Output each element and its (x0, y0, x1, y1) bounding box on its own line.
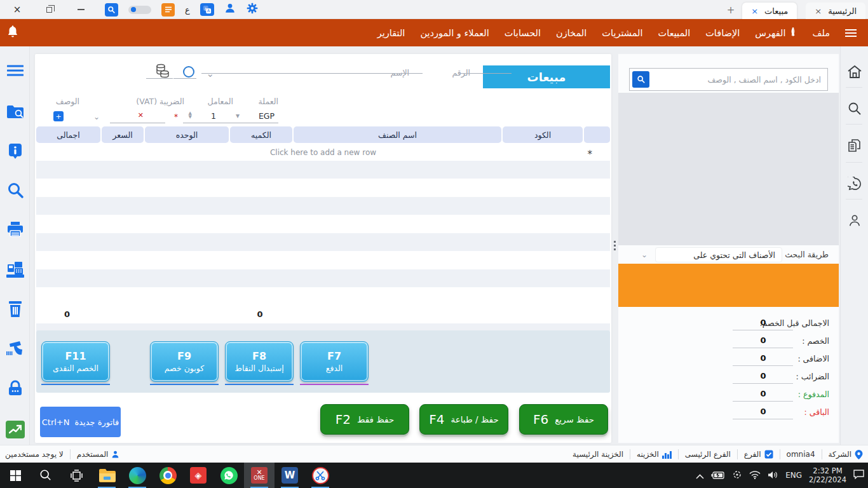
notes-icon[interactable] (161, 3, 175, 17)
menu-item-file[interactable]: ملف (812, 28, 830, 38)
barcode-scanner-icon[interactable] (0, 336, 30, 362)
redeem-points-button[interactable]: F8إستبدال النقاط (225, 341, 294, 382)
tray-expand-icon[interactable] (696, 470, 704, 482)
settings-gear-icon[interactable] (246, 2, 259, 17)
trash-icon[interactable] (0, 296, 30, 322)
add-description-icon[interactable]: + (53, 111, 64, 121)
items-grid-area[interactable] (618, 93, 839, 245)
new-invoice-button[interactable]: فاتورة جديدة Ctrl+N (40, 407, 121, 437)
menu-item-sales[interactable]: المبيعات (658, 28, 691, 38)
chevron-down-icon[interactable]: ⌄ (641, 250, 648, 259)
invoice-name-input[interactable] (201, 73, 423, 74)
clock[interactable]: 2:32 PM 2/22/2024 (809, 466, 846, 484)
lock-icon[interactable] (0, 376, 30, 401)
search-method-select[interactable]: الأصناف التى تحتوي على (655, 247, 782, 262)
menu-item-index[interactable]: الفهرس (755, 27, 797, 38)
close-tab-icon[interactable]: × (815, 6, 822, 16)
menu-item-customers-suppliers[interactable]: العملاء و الموردين (420, 28, 489, 38)
edge-browser-icon[interactable] (122, 463, 153, 488)
tab-home[interactable]: × الرئيسية (806, 3, 865, 19)
invoice-number-input[interactable] (461, 73, 512, 74)
action-center-icon[interactable] (853, 470, 864, 482)
category-banner[interactable] (618, 264, 839, 307)
menu-item-reports[interactable]: التقارير (377, 28, 405, 38)
wifi-icon[interactable] (749, 470, 761, 482)
item-search-input[interactable] (649, 69, 827, 90)
user-item[interactable]: المستخدم (77, 450, 120, 459)
language-letter[interactable]: ع (185, 5, 190, 15)
search-icon[interactable] (632, 71, 649, 88)
language-indicator[interactable]: ENG (785, 471, 802, 480)
tab-sales[interactable]: × مبيعات (742, 3, 797, 19)
start-button[interactable] (0, 463, 31, 488)
cast-icon[interactable] (732, 470, 742, 482)
save-print-button[interactable]: حفظ / طباعةF4 (419, 404, 508, 435)
user-value[interactable]: لا يوجد مستخدمين (5, 450, 64, 459)
snipping-tool-icon[interactable] (305, 463, 336, 488)
restore-window-icon[interactable] (42, 3, 56, 17)
chevron-down-icon[interactable]: ⌄ (206, 68, 214, 79)
user-icon[interactable] (224, 3, 236, 17)
vat-dropdown-icon[interactable]: ⌄ (93, 112, 100, 121)
folder-search-icon[interactable] (0, 99, 30, 125)
copy-documents-icon[interactable] (841, 132, 868, 159)
cash-register-icon[interactable] (0, 257, 30, 282)
sales-chart-icon[interactable] (0, 417, 30, 442)
menu-toggle-icon[interactable] (845, 29, 857, 37)
currency-value[interactable]: EGP (259, 111, 275, 121)
search-icon[interactable] (841, 95, 868, 123)
menu-item-purchases[interactable]: المشتريات (602, 28, 642, 38)
close-tab-icon[interactable]: × (751, 6, 758, 16)
speaker-icon[interactable] (768, 470, 778, 482)
company-item[interactable]: الشركة (829, 450, 863, 459)
minimize-window-icon[interactable] (74, 3, 88, 17)
sidebar-menu-icon[interactable] (0, 58, 30, 83)
vat-input[interactable] (110, 123, 165, 123)
whatsapp-icon[interactable] (214, 463, 244, 488)
column-header-quantity[interactable]: الكميه (230, 126, 292, 143)
column-header-unit[interactable]: الوحده (145, 126, 229, 143)
factor-value[interactable]: 1 (211, 111, 216, 121)
search-icon[interactable] (0, 177, 30, 203)
new-tab-button[interactable]: + (723, 3, 738, 18)
taskbar-search-icon[interactable] (31, 463, 61, 488)
menu-item-warehouses[interactable]: المخازن (556, 28, 587, 38)
quick-save-button[interactable]: حفظ سريعF6 (519, 404, 608, 435)
search-icon[interactable] (105, 3, 118, 17)
battery-icon[interactable] (711, 470, 725, 482)
add-new-row[interactable]: Click here to add a new row * (36, 144, 610, 161)
currency-dropdown-icon[interactable]: ▾ (236, 111, 240, 120)
menu-item-accounts[interactable]: الحسابات (505, 28, 541, 38)
column-header-price[interactable]: السعر (102, 126, 144, 143)
cash-discount-button[interactable]: F11الخصم النقدى (41, 341, 110, 382)
notifications-bell-icon[interactable] (5, 25, 20, 43)
branch-item[interactable]: الفرع (744, 450, 773, 459)
column-header-total[interactable]: اجمالى (36, 126, 100, 143)
items-table-rows[interactable] (36, 161, 610, 306)
column-header-code[interactable]: الكود (503, 126, 583, 143)
file-explorer-icon[interactable] (92, 463, 122, 488)
info-icon[interactable] (0, 139, 30, 164)
discount-coupon-button[interactable]: F9كوبون خصم (150, 341, 219, 382)
clear-vat-icon[interactable]: ✕ (138, 111, 144, 119)
column-header-item-name[interactable]: اسم الصنف (294, 126, 501, 143)
red-diamond-app-icon[interactable]: ◈ (183, 463, 214, 488)
panel-splitter[interactable] (612, 46, 617, 445)
toggle-switch[interactable] (128, 6, 151, 14)
branch-value[interactable]: الفرع الرئيسى (685, 450, 731, 459)
pay-button[interactable]: F7الدفع (300, 341, 369, 382)
translate-icon[interactable]: عA (200, 3, 214, 16)
task-view-icon[interactable] (61, 463, 92, 488)
menu-item-addons[interactable]: الإضافات (705, 28, 740, 38)
home-icon[interactable] (841, 58, 868, 86)
close-window-icon[interactable]: × (10, 3, 24, 17)
company-value[interactable]: omnia4 (787, 450, 815, 459)
save-only-button[interactable]: حفظ فقطF2 (320, 404, 409, 435)
person-icon[interactable] (841, 207, 868, 234)
printer-icon[interactable] (0, 217, 30, 242)
one-pos-app-icon[interactable]: ✕ONE (244, 463, 275, 488)
chrome-browser-icon[interactable] (153, 463, 183, 488)
treasury-value[interactable]: الخزينة الرئيسية (573, 450, 623, 459)
factor-spinner[interactable]: ▲▼ (189, 111, 192, 119)
whatsapp-icon[interactable] (841, 170, 868, 198)
